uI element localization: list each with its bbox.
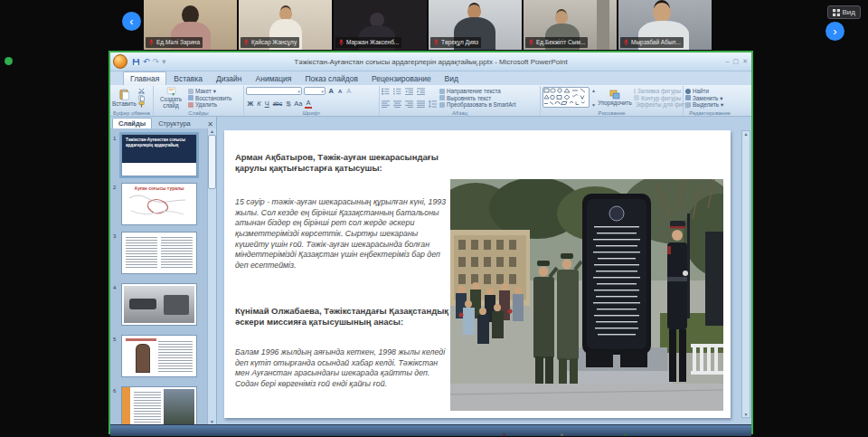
canvas-scrollbar[interactable]: ▲ ▼ [741, 130, 750, 418]
slide-canvas: Арман Ақбатыров, Тәжік-ауған шекарасында… [217, 117, 751, 424]
slide-thumbnail-2[interactable]: Ауған соғысы туралы [121, 183, 197, 225]
participant-name: Қайсар Жансұлу [251, 40, 297, 46]
italic-button[interactable]: К [256, 100, 262, 108]
participant-video-tile[interactable]: Ед.Мәлі Зарина [144, 0, 237, 50]
scroll-up-icon[interactable]: ▲ [744, 131, 749, 137]
office-button[interactable] [113, 54, 127, 69]
justify-icon[interactable] [417, 100, 425, 108]
line-spacing-icon[interactable] [429, 100, 437, 108]
participant-video-tile[interactable]: Маржан Жаксенб... [334, 0, 427, 50]
slide-thumbnail-3[interactable] [121, 232, 197, 274]
scroll-thumb[interactable] [208, 135, 216, 189]
font-color-button[interactable]: А [305, 99, 312, 109]
participant-nametag: Төреқұл Дияз [430, 37, 481, 48]
red-title-line [126, 338, 156, 341]
participant-name: Ед.Мәлі Зарина [156, 40, 200, 46]
shapes-gallery[interactable] [542, 87, 590, 108]
memorial-photo [164, 389, 194, 424]
pane-tab-outline[interactable]: Структура [153, 119, 196, 128]
shape-effects-button[interactable]: Эффекты для фигур [634, 101, 681, 108]
copy-icon[interactable] [138, 95, 145, 101]
qat-caret-icon[interactable]: ▾ [162, 57, 166, 66]
delete-slide-button[interactable]: Удалить [188, 101, 241, 108]
clear-formatting-button[interactable]: A [345, 87, 353, 95]
gallery-prev-button[interactable]: ‹ [122, 12, 141, 31]
participant-video-tile[interactable]: Төреқұл Дияз [429, 0, 522, 50]
align-right-icon[interactable] [405, 100, 413, 108]
reset-button[interactable]: Восстановить [188, 95, 241, 101]
scroll-up-icon[interactable]: ▲ [210, 128, 214, 134]
thumbnail-list: 1 Тәжікстан-Ауғанстан соғысы ардагерлері… [110, 128, 216, 424]
slide-paragraph-2: Балам 1996 жылдың аяғында кеткен, 1998 ж… [235, 347, 450, 390]
scroll-down-icon[interactable]: ▼ [744, 412, 749, 417]
shrink-font-button[interactable]: A [336, 89, 343, 94]
pane-scrollbar[interactable]: ▲ ▼ [207, 128, 216, 424]
select-button[interactable]: Выделить▾ [685, 101, 723, 108]
pane-tabs: Слайды Структура ✕ [110, 117, 216, 128]
bullet-list-icon[interactable] [382, 88, 390, 95]
arrange-button[interactable]: Упорядочить [598, 87, 632, 109]
pane-tab-slides[interactable]: Слайды [112, 118, 152, 128]
tab-retsenzirovanie[interactable]: Рецензирование [365, 72, 438, 85]
redo-icon[interactable]: ↷ [153, 57, 160, 66]
new-slide-icon [165, 87, 177, 96]
close-button[interactable]: ✕ [742, 58, 748, 65]
gallery-next-button[interactable]: › [826, 22, 844, 41]
slide-thumbnail-1[interactable]: Тәжікстан-Ауғанстан соғысы ардагерлерің … [121, 134, 197, 176]
shape-outline-button[interactable]: Контур фигуры [634, 95, 681, 101]
replace-button[interactable]: Заменить▾ [685, 95, 723, 101]
grid-view-icon [833, 9, 840, 16]
smartart-button[interactable]: Преобразовать в SmartArt [439, 101, 535, 108]
view-button[interactable]: Вид [827, 5, 861, 19]
font-size-combo[interactable]: ▾ [304, 87, 326, 95]
text-direction-button[interactable]: Направление текста [439, 88, 535, 94]
pane-close-icon[interactable]: ✕ [207, 120, 213, 128]
save-icon[interactable] [132, 58, 140, 66]
shape-fill-button[interactable]: Заливка фигуры [634, 88, 681, 94]
tab-glavnaya[interactable]: Главная [123, 71, 166, 85]
participant-name: Маржан Жаксенб... [346, 40, 399, 46]
participant-video-tile[interactable]: Мырзабай Абыл... [618, 0, 712, 50]
align-left-icon[interactable] [382, 100, 390, 108]
slide-thumbnail-4[interactable] [121, 283, 197, 326]
decrease-indent-icon[interactable] [405, 88, 413, 95]
shapes-scroll-up[interactable]: ▲ [591, 88, 596, 93]
cut-icon[interactable] [138, 88, 145, 94]
font-name-combo[interactable]: ▾ [246, 87, 302, 95]
minimize-button[interactable]: – [726, 58, 730, 65]
layout-button[interactable]: Макет▾ [188, 88, 241, 94]
slide-thumbnail-5[interactable] [121, 335, 197, 377]
scroll-down-icon[interactable]: ▼ [210, 419, 214, 424]
tab-animatsiya[interactable]: Анимация [250, 72, 298, 85]
tab-pokaz-slaidov[interactable]: Показ слайдов [298, 72, 364, 85]
align-center-icon[interactable] [393, 100, 401, 108]
shapes-scroll-down[interactable]: ▼ [591, 102, 596, 108]
tab-vstavka[interactable]: Вставка [167, 72, 209, 85]
find-button[interactable]: Найти [685, 88, 723, 94]
slide-thumbnail-6[interactable] [121, 386, 197, 424]
current-slide[interactable]: Арман Ақбатыров, Тәжік-ауған шекарасында… [224, 130, 731, 418]
bold-button[interactable]: Ж [246, 100, 255, 108]
group-drawing: ▲ ▼ Упорядочить Заливка фигуры Контур фи… [541, 86, 684, 116]
muted-mic-icon [338, 39, 344, 46]
text-shadow-button[interactable]: S [285, 100, 292, 108]
grow-font-button[interactable]: A [327, 87, 335, 95]
view-button-label: Вид [843, 8, 855, 16]
paste-button[interactable]: Вставить [112, 87, 137, 109]
tab-vid[interactable]: Вид [439, 72, 465, 85]
align-text-button[interactable]: Выровнять текст [439, 95, 535, 101]
format-painter-icon[interactable] [138, 101, 145, 108]
change-case-button[interactable]: Аа [293, 100, 304, 108]
participant-video-tile[interactable]: Ед.Бекжігіт Сым... [524, 0, 617, 50]
undo-icon[interactable]: ↶ [143, 57, 150, 66]
strikethrough-button[interactable]: abc [271, 100, 283, 107]
monument-image [137, 345, 149, 372]
increase-indent-icon[interactable] [417, 88, 425, 95]
new-slide-button[interactable]: Создать слайд [156, 87, 186, 109]
tab-dizain[interactable]: Дизайн [210, 72, 249, 85]
maximize-button[interactable]: ▢ [733, 58, 740, 65]
underline-button[interactable]: Ч [263, 100, 270, 108]
text-column [134, 392, 161, 424]
numbered-list-icon[interactable] [393, 88, 401, 95]
participant-video-tile[interactable]: Қайсар Жансұлу [239, 0, 332, 50]
